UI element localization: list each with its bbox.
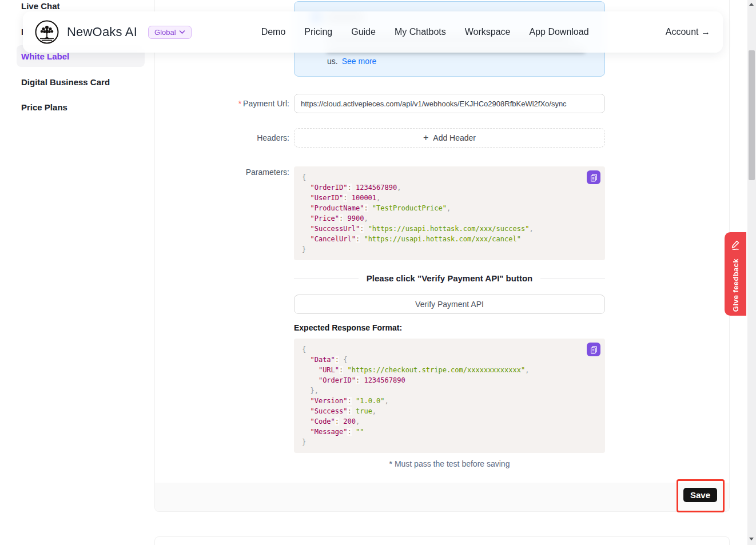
response-json: { "Data": { "URL": "https://checkout.str… <box>302 344 597 447</box>
divider-line <box>294 278 359 279</box>
top-navbar: NewOaks AI Global Demo Pricing Guide My … <box>23 11 723 53</box>
verify-instruction-divider: Please click "Verify Payment API" button <box>294 273 605 283</box>
parameters-label: Parameters: <box>155 168 289 177</box>
sidebar-item-live-chat[interactable]: Live Chat <box>21 1 60 11</box>
verify-payment-api-button[interactable]: Verify Payment API <box>294 295 605 314</box>
nav-item-my-chatbots[interactable]: My Chatbots <box>395 27 446 37</box>
chevron-down-icon <box>179 30 185 34</box>
give-feedback-label: Give feedback <box>731 258 740 312</box>
add-header-button[interactable]: + Add Header <box>294 128 605 148</box>
save-button[interactable]: Save <box>683 488 717 502</box>
payment-url-input[interactable] <box>294 94 605 113</box>
form-footer <box>155 483 729 511</box>
parameters-code-block: { "OrderID": 1234567890, "UserID": 10000… <box>294 166 605 260</box>
newoaks-logo-icon[interactable] <box>34 19 59 45</box>
nav-links: Demo Pricing Guide My Chatbots Workspace… <box>261 27 589 37</box>
nav-item-pricing[interactable]: Pricing <box>304 27 332 37</box>
reminder-tail-text: us.See more <box>327 57 376 66</box>
save-requirement-note: * Must pass the test before saving <box>294 459 605 468</box>
parameters-json: { "OrderID": 1234567890, "UserID": 10000… <box>302 172 597 254</box>
plus-icon: + <box>423 133 428 142</box>
see-more-link[interactable]: See more <box>342 57 377 66</box>
account-link[interactable]: Account → <box>666 27 710 37</box>
page-scrollbar[interactable] <box>747 0 756 545</box>
payment-settings-panel: us.See more *Payment Url: Headers: + Add… <box>154 0 730 512</box>
headers-label: Headers: <box>155 133 289 142</box>
sidebar-item-white-label-label: White Label <box>21 51 69 61</box>
scroll-down-arrow[interactable] <box>749 538 754 540</box>
copy-button[interactable] <box>587 343 600 356</box>
copy-icon <box>590 173 598 182</box>
copy-icon <box>590 345 598 354</box>
add-header-label: Add Header <box>433 133 476 142</box>
divider-line <box>540 278 605 279</box>
region-selector[interactable]: Global <box>148 26 192 39</box>
pencil-icon <box>730 239 741 250</box>
nav-item-demo[interactable]: Demo <box>261 27 286 37</box>
verify-instruction-text: Please click "Verify Payment API" button <box>367 273 532 283</box>
region-label: Global <box>154 28 176 37</box>
next-section-card <box>154 536 730 545</box>
expected-response-label: Expected Response Format: <box>294 323 402 332</box>
sidebar-item-digital-business-card[interactable]: Digital Business Card <box>21 77 110 87</box>
nav-item-guide[interactable]: Guide <box>351 27 376 37</box>
give-feedback-tab[interactable]: Give feedback <box>725 232 746 316</box>
response-code-block: { "Data": { "URL": "https://checkout.str… <box>294 339 605 453</box>
scrollbar-thumb[interactable] <box>749 50 755 180</box>
nav-item-app-download[interactable]: App Download <box>529 27 588 37</box>
nav-item-workspace[interactable]: Workspace <box>465 27 511 37</box>
brand-name[interactable]: NewOaks AI <box>67 25 137 39</box>
copy-button[interactable] <box>587 170 600 184</box>
sidebar-item-price-plans[interactable]: Price Plans <box>21 102 67 112</box>
required-asterisk: * <box>238 99 241 108</box>
scroll-up-arrow[interactable] <box>749 3 754 6</box>
payment-url-label: *Payment Url: <box>155 99 289 108</box>
